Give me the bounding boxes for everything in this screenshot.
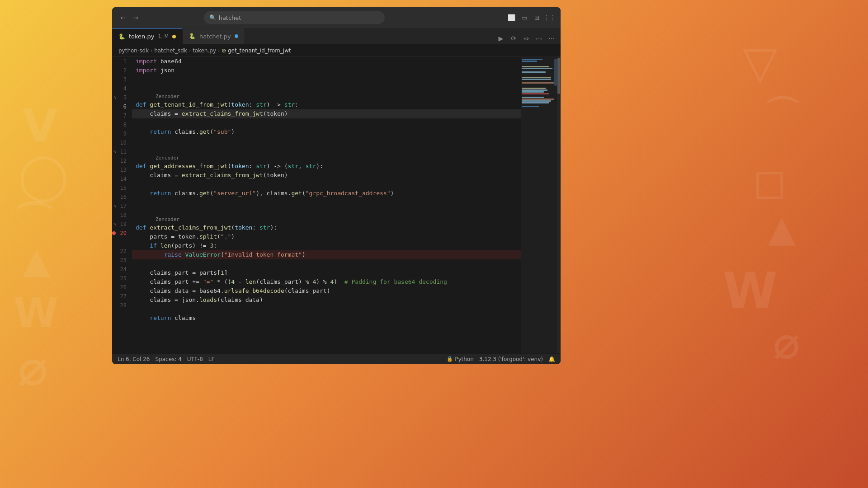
- minimap-line-14: [522, 82, 554, 84]
- breadcrumb-hatchet-sdk[interactable]: hatchet_sdk: [154, 47, 187, 54]
- scrollbar-thumb[interactable]: [557, 58, 560, 94]
- status-language[interactable]: 🔒 Python: [447, 356, 474, 362]
- code-line-6: claims = extract_claims_from_jwt(token): [132, 109, 521, 118]
- status-encoding[interactable]: UTF-8: [187, 356, 203, 362]
- line-num-19: ∨19: [112, 220, 132, 229]
- minimap-line-18: [522, 89, 547, 91]
- tab-dot-2: [235, 34, 238, 38]
- error-indicator-20: [112, 231, 116, 235]
- minimap-line-8: [522, 71, 546, 73]
- code-line-13: [132, 180, 521, 189]
- minimap-content: [521, 57, 557, 109]
- zencoder-hint-17: Zencoder: [156, 215, 179, 224]
- minimap-line-5: [522, 66, 549, 67]
- line-num-24: 24: [112, 265, 132, 274]
- status-bar-left: Ln 6, Col 26 Spaces: 4 UTF-8 LF: [118, 356, 214, 362]
- breadcrumb-sep-1: ›: [151, 48, 152, 53]
- title-bar: ← → 🔍 hatchet ⬜ ▭ ⊞ ⋮⋮: [112, 7, 561, 28]
- line-num-2: 2: [112, 66, 132, 75]
- minimap-line-11: [522, 77, 551, 78]
- status-position[interactable]: Ln 6, Col 26: [118, 356, 150, 362]
- more-options-button[interactable]: ···: [546, 33, 557, 44]
- status-interpreter-text: 3.12.3 ('forgood': venv): [479, 356, 543, 362]
- fold-icon-11[interactable]: ∨: [114, 147, 117, 156]
- editor-window: ← → 🔍 hatchet ⬜ ▭ ⊞ ⋮⋮ 🐍 token.py 1, M 🐍…: [112, 7, 561, 364]
- fold-icon-17[interactable]: ∨: [114, 202, 117, 211]
- tab-token-py[interactable]: 🐍 token.py 1, M: [112, 28, 183, 44]
- bell-icon: 🔔: [548, 356, 555, 362]
- lock-icon: 🔒: [447, 356, 453, 362]
- minimap-line-20: [522, 93, 549, 94]
- layout-toggle-4[interactable]: ⋮⋮: [544, 12, 555, 23]
- minimap-line-24: [522, 100, 551, 102]
- breadcrumb-python-sdk[interactable]: python-sdk: [118, 47, 149, 54]
- code-line-20: raise ValueError("Invalid token format"): [132, 250, 521, 259]
- code-line-21: [132, 259, 521, 268]
- line-num-5: ∨5: [112, 93, 132, 102]
- split-editor-button[interactable]: ⇔: [521, 33, 532, 44]
- code-line-14: return claims.get("server_url"), claims.…: [132, 189, 521, 198]
- minimap-line-19: [522, 91, 544, 93]
- minimap-line-2: [522, 61, 537, 62]
- minimap-line-17: [522, 88, 546, 89]
- fold-icon-19[interactable]: ∨: [114, 220, 117, 229]
- line-num-23: 23: [112, 256, 132, 265]
- line-num-25: 25: [112, 274, 132, 283]
- status-position-text: Ln 6, Col 26: [118, 356, 150, 362]
- status-line-ending-text: LF: [208, 356, 215, 362]
- status-notifications[interactable]: 🔔: [548, 356, 555, 362]
- code-line-19: if len(parts) != 3:: [132, 241, 521, 250]
- line-num-26: 26: [112, 283, 132, 292]
- code-block-11: Zencoder def get_addresses_from_jwt(toke…: [132, 155, 521, 171]
- fold-icon-5[interactable]: ∨: [114, 93, 117, 102]
- line-numbers: 1 2 3 4 ∨5 6 7 8 9 10 ∨11 12 13 14 15 16…: [112, 57, 132, 353]
- breadcrumb-bar: python-sdk › hatchet_sdk › token.py › ⊕ …: [112, 44, 561, 57]
- status-line-ending[interactable]: LF: [208, 356, 215, 362]
- status-encoding-text: UTF-8: [187, 356, 203, 362]
- code-block-17: Zencoder def extract_claims_from_jwt(tok…: [132, 216, 521, 232]
- code-line-1: import base64: [132, 57, 521, 66]
- code-line-27: return claims: [132, 314, 521, 323]
- minimap-viewport-indicator: [554, 59, 557, 86]
- line-num-12: 12: [112, 156, 132, 165]
- line-num-14: 14: [112, 174, 132, 183]
- status-interpreter[interactable]: 3.12.3 ('forgood': venv): [479, 356, 543, 362]
- forward-button[interactable]: →: [130, 12, 141, 23]
- status-language-text: Python: [455, 356, 474, 362]
- line-num-20: 20: [112, 229, 132, 238]
- layout-editor-button[interactable]: ▭: [533, 33, 544, 44]
- code-line-23: claims_part += "=" * ((4 - len(claims_pa…: [132, 277, 521, 286]
- line-num-4: 4: [112, 84, 132, 93]
- line-num-7: 7: [112, 111, 132, 120]
- tab-modifier-1: 1, M: [158, 33, 168, 39]
- minimap-line-23: [522, 99, 554, 100]
- minimap-line-6: [522, 68, 552, 69]
- back-button[interactable]: ←: [118, 12, 128, 23]
- status-spaces[interactable]: Spaces: 4: [156, 356, 182, 362]
- status-spaces-text: Spaces: 4: [156, 356, 182, 362]
- editor-body: 1 2 3 4 ∨5 6 7 8 9 10 ∨11 12 13 14 15 16…: [112, 57, 561, 353]
- layout-toggle-2[interactable]: ▭: [519, 12, 530, 23]
- code-line-8: return claims.get("sub"): [132, 127, 521, 136]
- line-num-9: 9: [112, 129, 132, 138]
- tab-python-icon-1: 🐍: [118, 33, 125, 40]
- zencoder-hint-5: Zencoder: [156, 92, 179, 101]
- code-line-5: def get_tenant_id_from_jwt(token: str) -…: [132, 100, 521, 109]
- tab-hatchet-py[interactable]: 🐍 hatchet.py: [183, 28, 245, 44]
- breadcrumb-function[interactable]: ⊕ get_tenant_id_from_jwt: [222, 47, 291, 54]
- status-bar: Ln 6, Col 26 Spaces: 4 UTF-8 LF 🔒 Python…: [112, 353, 561, 364]
- layout-toggle-3[interactable]: ⊞: [532, 12, 542, 23]
- breadcrumb-token-py[interactable]: token.py: [193, 47, 216, 54]
- code-line-3: [132, 75, 521, 84]
- code-line-26: [132, 305, 521, 314]
- debug-button[interactable]: ⟳: [508, 33, 519, 44]
- line-num-21: [112, 238, 132, 247]
- breadcrumb-sep-3: ›: [218, 48, 220, 53]
- search-bar[interactable]: 🔍 hatchet: [204, 11, 385, 24]
- code-line-22: claims_part = parts[1]: [132, 268, 521, 277]
- code-area[interactable]: import base64 import json Zencoder def g…: [132, 57, 521, 353]
- layout-toggle-1[interactable]: ⬜: [506, 12, 517, 23]
- run-button[interactable]: ▶: [495, 33, 506, 44]
- editor-scrollbar[interactable]: [557, 57, 561, 353]
- tab-label-2: hatchet.py: [199, 33, 231, 40]
